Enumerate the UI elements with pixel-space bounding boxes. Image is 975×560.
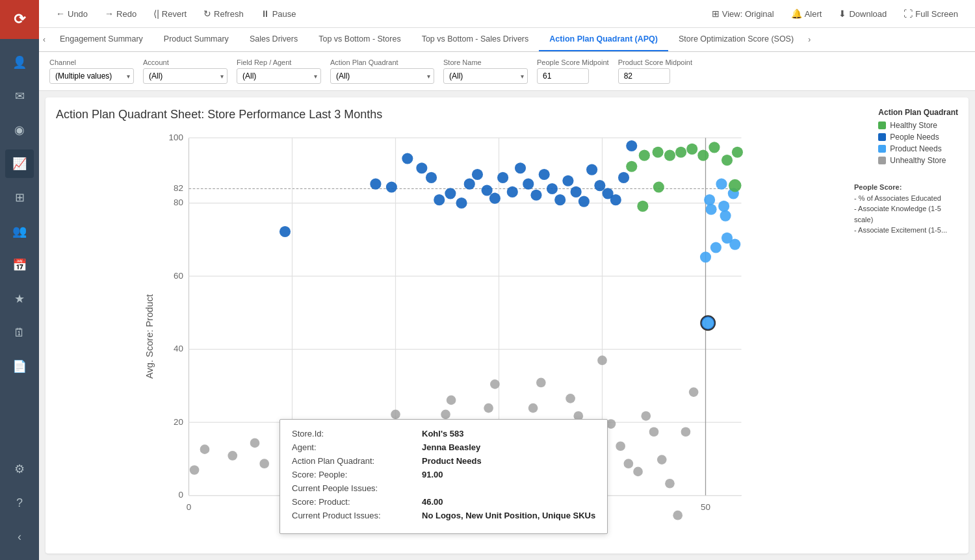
svg-point-83 <box>386 182 397 193</box>
sidebar-item-calendar[interactable]: 📅 <box>5 251 34 279</box>
sidebar-item-chart[interactable]: 📈 <box>5 149 34 178</box>
svg-point-88 <box>445 188 456 199</box>
redo-button[interactable]: → Redo <box>98 5 143 22</box>
tab-sales-drivers[interactable]: Sales Drivers <box>239 28 308 51</box>
tooltip-agent-row: Agent: Jenna Beasley <box>292 442 595 452</box>
svg-point-102 <box>562 175 573 186</box>
svg-point-82 <box>370 179 381 190</box>
svg-point-109 <box>618 172 629 183</box>
svg-point-81 <box>689 387 699 397</box>
svg-point-123 <box>626 161 637 172</box>
sidebar-item-help[interactable]: ? <box>5 489 34 517</box>
product-score-input[interactable] <box>618 68 670 84</box>
pause-icon: ⏸ <box>261 8 270 19</box>
sidebar-item-star[interactable]: ★ <box>5 285 34 313</box>
refresh-button[interactable]: ↻ Refresh <box>197 5 250 22</box>
tooltip-apq-label: Action Plan Quadrant: <box>292 456 422 466</box>
store-select[interactable]: (All) <box>443 68 528 84</box>
svg-point-130 <box>708 142 720 153</box>
sidebar-item-people[interactable]: 👥 <box>5 217 34 246</box>
chart-title: Action Plan Quadrant Sheet: Store Perfor… <box>56 108 958 121</box>
svg-point-128 <box>686 144 697 155</box>
channel-select[interactable]: (Multiple values) <box>49 68 134 84</box>
sidebar-item-feed[interactable]: ◉ <box>5 116 34 144</box>
svg-point-97 <box>523 179 534 190</box>
apq-filter: Action Plan Quadrant (All) <box>330 58 434 84</box>
tab-sos[interactable]: Store Optimization Score (SOS) <box>668 28 804 51</box>
svg-point-133 <box>637 201 648 212</box>
product-needs-dot <box>878 145 886 153</box>
svg-point-100 <box>547 183 558 194</box>
tooltip-store-value: Kohl's 583 <box>422 429 464 439</box>
svg-point-92 <box>482 185 493 196</box>
svg-point-32 <box>250 439 260 448</box>
legend-healthy: Healthy Store <box>878 121 958 130</box>
svg-point-117 <box>720 210 731 222</box>
sidebar-item-mail[interactable]: ✉ <box>5 82 34 110</box>
tooltip-apq-value: Product Needs <box>422 456 482 466</box>
logo-icon: ⟳ <box>14 11 25 28</box>
tooltip-score-people-row: Score: People: 91.00 <box>292 470 595 479</box>
undo-button[interactable]: ← Undo <box>49 5 94 22</box>
channel-label: Channel <box>49 58 134 66</box>
main-content: ← Undo → Redo ⟨| Revert ↻ Refresh ⏸ Paus… <box>39 0 975 560</box>
alert-button[interactable]: 🔔 Alert <box>785 5 829 22</box>
sidebar-item-table[interactable]: ⊞ <box>5 183 34 212</box>
tab-engagement-summary[interactable]: Engagement Summary <box>49 28 153 51</box>
apq-select[interactable]: (All) <box>330 68 434 84</box>
sidebar-item-doc[interactable]: 📄 <box>5 352 34 381</box>
revert-button[interactable]: ⟨| Revert <box>147 5 193 22</box>
sidebar-item-collapse[interactable]: ‹ <box>5 522 34 551</box>
channel-filter: Channel (Multiple values) <box>49 58 134 84</box>
fullscreen-button[interactable]: ⛶ Full Screen <box>897 5 965 22</box>
sidebar-item-user[interactable]: 👤 <box>5 48 34 77</box>
svg-point-85 <box>416 162 427 173</box>
svg-point-84 <box>402 153 413 164</box>
sidebar-item-settings[interactable]: ⚙ <box>5 455 34 483</box>
svg-point-111 <box>280 226 291 237</box>
toolbar: ← Undo → Redo ⟨| Revert ↻ Refresh ⏸ Paus… <box>39 0 975 28</box>
tab-product-summary[interactable]: Product Summary <box>153 28 239 51</box>
fieldrep-select[interactable]: (All) <box>237 68 321 84</box>
app-logo[interactable]: ⟳ <box>0 0 39 39</box>
legend-unhealthy: Unhealthy Store <box>878 156 958 165</box>
fullscreen-icon: ⛶ <box>904 8 913 19</box>
pause-button[interactable]: ⏸ Pause <box>254 5 303 22</box>
svg-point-51 <box>447 396 456 405</box>
svg-point-77 <box>657 455 667 465</box>
tab-top-bottom-stores[interactable]: Top vs Bottom - Stores <box>308 28 411 51</box>
tab-nav-left[interactable]: ‹ <box>39 30 49 49</box>
healthy-label: Healthy Store <box>890 121 937 130</box>
svg-point-119 <box>710 242 722 253</box>
svg-text:40: 40 <box>174 344 183 353</box>
people-needs-label: People Needs <box>890 133 939 142</box>
tab-top-bottom-sales[interactable]: Top vs Bottom - Sales Drivers <box>411 28 540 51</box>
svg-point-124 <box>639 150 650 161</box>
svg-point-108 <box>610 194 621 205</box>
account-select[interactable]: (All) <box>143 68 228 84</box>
view-button[interactable]: ⊞ View: Original <box>705 5 781 22</box>
refresh-icon: ↻ <box>203 8 211 19</box>
unhealthy-dot <box>878 157 886 164</box>
tooltip-score-product-label: Score: Product: <box>292 497 422 507</box>
tab-apq[interactable]: Action Plan Quadrant (APQ) <box>539 28 668 51</box>
tab-nav-right[interactable]: › <box>804 30 814 49</box>
tooltip-store-label: Store.Id: <box>292 429 422 439</box>
people-score-label: People Score Midpoint <box>537 58 609 66</box>
people-score-input[interactable] <box>537 68 589 84</box>
svg-point-70 <box>597 355 607 365</box>
svg-text:0: 0 <box>178 490 183 500</box>
tooltip-score-people-value: 91.00 <box>422 470 443 479</box>
fieldrep-filter: Field Rep / Agent (All) <box>237 58 321 84</box>
svg-point-125 <box>653 147 664 158</box>
svg-text:82: 82 <box>174 183 183 193</box>
svg-point-105 <box>586 164 597 175</box>
sidebar-item-cal2[interactable]: 🗓 <box>5 318 34 347</box>
tab-bar: ‹ Engagement Summary Product Summary Sal… <box>39 28 975 52</box>
legend-product-needs: Product Needs <box>878 144 958 153</box>
tooltip-store-row: Store.Id: Kohl's 583 <box>292 429 595 439</box>
svg-point-122 <box>701 316 714 329</box>
download-button[interactable]: ⬇ Download <box>832 5 893 22</box>
svg-point-33 <box>259 459 269 468</box>
svg-point-73 <box>624 459 634 468</box>
